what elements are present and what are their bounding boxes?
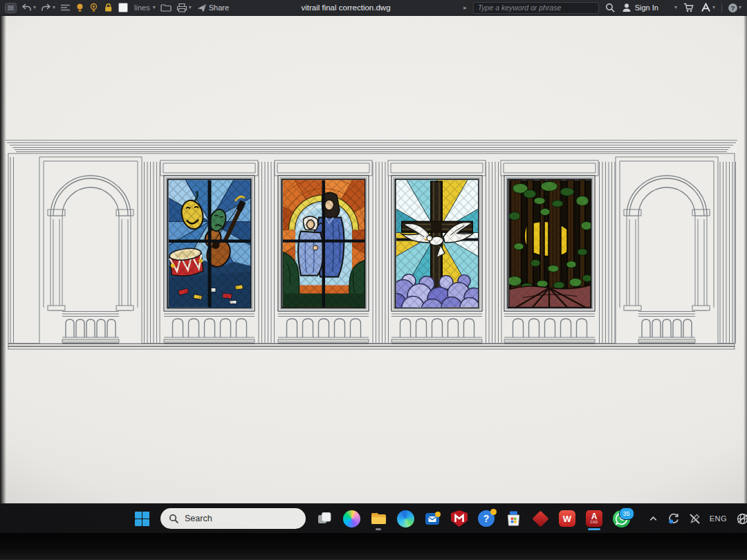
microsoft-store-icon [505, 510, 522, 528]
sign-in-button[interactable]: Sign In [622, 3, 658, 12]
microsoft-store-button[interactable] [501, 507, 525, 530]
help-icon: ? [728, 3, 737, 12]
autocad-app-icon: A CAD [586, 510, 602, 527]
current-layer-label: lines [134, 3, 150, 12]
mcafee-button[interactable] [448, 507, 471, 530]
undo-button[interactable]: ▾ [21, 3, 36, 12]
file-explorer-button[interactable] [367, 507, 390, 530]
autocad-diamond-icon [532, 510, 548, 527]
active-app-indicator [588, 528, 600, 530]
undo-caret-icon[interactable]: ▾ [33, 5, 36, 10]
get-help-button[interactable]: ? [474, 507, 498, 530]
layer-lock-icon[interactable] [103, 3, 113, 12]
task-view-button[interactable] [313, 507, 336, 530]
plot-caret-icon: ▾ [189, 5, 192, 10]
outlook-button[interactable] [421, 507, 444, 530]
drawing-canvas[interactable] [0, 15, 747, 503]
sign-in-caret-icon[interactable]: ▾ [674, 5, 677, 10]
hamburger-icon [5, 3, 17, 13]
sign-in-label: Sign In [635, 3, 658, 12]
autocad-letter: A [591, 512, 598, 521]
color-swatch[interactable] [118, 3, 128, 12]
network-globe-icon[interactable] [736, 512, 747, 525]
whatsapp-button[interactable]: 35 [609, 507, 633, 530]
wps-letter: W [563, 514, 571, 524]
share-button[interactable]: Share [196, 3, 229, 13]
pen-disabled-icon[interactable] [689, 513, 701, 525]
edge-button[interactable] [394, 507, 417, 530]
cornice [6, 140, 737, 153]
wps-office-button[interactable]: W [555, 507, 579, 530]
facade-drawing [0, 15, 747, 503]
outlook-icon [424, 510, 441, 527]
sync-status-icon[interactable] [667, 512, 680, 525]
redo-icon [41, 3, 51, 12]
wps-office-icon: W [559, 510, 575, 527]
app-menu-button[interactable] [5, 3, 17, 13]
copilot-button[interactable] [340, 507, 363, 530]
share-label: Share [209, 3, 229, 12]
layer-light-dim-icon[interactable] [89, 3, 98, 12]
taskbar-apps: Search ? [130, 507, 633, 530]
left-arch-bay [39, 157, 142, 344]
printer-icon [176, 3, 187, 12]
user-icon [622, 3, 631, 12]
help-caret-icon: ▾ [739, 5, 741, 10]
quick-access-toolbar: ▾ ▾ lines ▾ ▾ Share [0, 3, 229, 13]
windows-logo-icon [134, 511, 150, 527]
autocad-active-button[interactable]: A CAD [582, 507, 606, 530]
start-button[interactable] [130, 507, 154, 530]
edge-icon [397, 510, 414, 528]
notification-dot [490, 509, 497, 515]
undo-icon [21, 3, 32, 12]
autocad-launcher-button[interactable] [528, 507, 552, 530]
titlebar-divider [721, 3, 722, 12]
autodesk-account-button[interactable]: ▾ [701, 3, 715, 12]
autocad-sub-label: CAD [590, 521, 598, 525]
share-plane-icon [196, 3, 208, 13]
taskbar-search-label: Search [185, 514, 212, 523]
linetype-icon[interactable] [60, 3, 71, 12]
plot-button[interactable]: ▾ [176, 3, 192, 12]
windows-taskbar: Search ? [0, 503, 747, 533]
autodesk-logo-icon [701, 3, 711, 12]
laptop-screen: ▾ ▾ lines ▾ ▾ Share [0, 0, 747, 532]
autodesk-caret-icon: ▾ [712, 5, 715, 10]
layer-caret-icon: ▾ [153, 5, 156, 10]
laptop-bezel [0, 532, 747, 560]
cart-icon[interactable] [683, 3, 694, 12]
search-expand-icon[interactable]: ▸ [463, 5, 467, 11]
redo-button[interactable]: ▾ [41, 3, 55, 12]
layer-light-on-icon[interactable] [75, 3, 84, 12]
search-icon[interactable] [605, 3, 616, 13]
copilot-icon [343, 510, 360, 528]
autocad-title-bar: ▾ ▾ lines ▾ ▾ Share [0, 0, 747, 16]
tray-chevron-icon[interactable] [648, 514, 658, 524]
open-app-indicator [376, 528, 381, 530]
taskbar-search[interactable]: Search [160, 508, 306, 529]
mcafee-icon [451, 510, 468, 527]
open-folder-icon[interactable] [160, 3, 172, 12]
stained-glass-forest [508, 180, 592, 308]
document-title: vitrail final correction.dwg [263, 3, 429, 12]
whatsapp-unread-badge: 35 [619, 507, 634, 520]
help-button[interactable]: ? ▾ [728, 3, 741, 12]
system-tray: ENG [648, 504, 747, 533]
titlebar-right-cluster: ▸ Sign In ▾ ▾ ? ▾ [463, 2, 747, 14]
get-help-icon: ? [478, 510, 495, 527]
language-indicator[interactable]: ENG [710, 514, 727, 523]
help-search-input[interactable] [473, 2, 599, 14]
layer-dropdown[interactable]: lines ▾ [133, 3, 156, 12]
redo-caret-icon[interactable]: ▾ [53, 5, 55, 10]
right-arch-bay [616, 157, 718, 344]
task-view-icon [316, 510, 333, 527]
file-explorer-icon [370, 510, 387, 527]
whatsapp-icon: 35 [613, 510, 630, 528]
search-icon [169, 514, 179, 524]
